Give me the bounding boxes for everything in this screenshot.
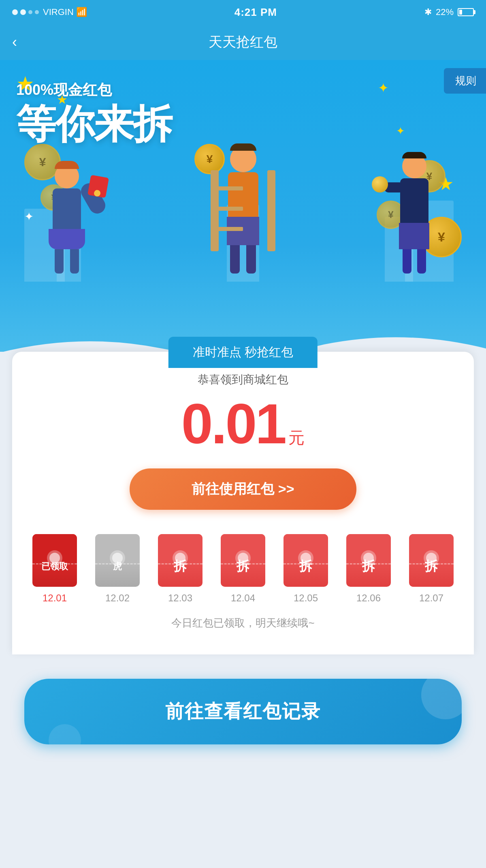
dot2 xyxy=(20,9,26,15)
carrier-name: VIRGIN xyxy=(43,7,74,17)
hero-banner: 规则 ★ ★ ★ ✦ ✦ ✦ 100%现金红包 等你来拆 ¥ ¥ ¥ ¥ ¥ ¥ xyxy=(0,60,486,368)
nav-bar: ‹ 天天抢红包 xyxy=(0,24,486,60)
redpacket-7[interactable]: 拆 xyxy=(409,534,454,587)
redpacket-1[interactable]: 已领取 xyxy=(32,534,77,587)
main-card: 恭喜领到商城红包 0.01元 前往使用红包 >> 已领取 12.01 虎 xyxy=(12,352,474,654)
amount-number: 0.01 xyxy=(181,392,285,455)
day-date-2: 12.02 xyxy=(105,592,130,604)
amount-unit: 元 xyxy=(288,429,305,447)
hero-title: 等你来拆 xyxy=(16,104,470,144)
coin-big: ¥ xyxy=(194,144,225,174)
page-title: 天天抢红包 xyxy=(209,33,277,51)
view-records-button[interactable]: 前往查看红包记录 xyxy=(24,679,462,744)
person-right xyxy=(399,154,429,274)
notice-text: 今日红包已领取，明天继续哦~ xyxy=(28,616,458,630)
redpacket-4[interactable]: 拆 xyxy=(221,534,265,587)
daily-packets-row: 已领取 12.01 虎 12.02 拆 12.03 xyxy=(28,534,458,604)
status-bar: VIRGIN 📶 4:21 PM ✱ 22% xyxy=(0,0,486,24)
day-date-7: 12.07 xyxy=(419,592,443,604)
bottom-section: 前往查看红包记录 xyxy=(0,654,486,777)
day-item-2[interactable]: 虎 12.02 xyxy=(95,534,140,604)
hero-text-area: 100%现金红包 等你来拆 xyxy=(0,60,486,144)
bluetooth-icon: ✱ xyxy=(424,7,432,17)
redpacket-2[interactable]: 虎 xyxy=(95,534,140,587)
dot4 xyxy=(35,10,39,14)
rules-badge[interactable]: 规则 xyxy=(444,68,486,94)
day-item-6[interactable]: 拆 12.06 xyxy=(346,534,391,604)
day-item-1[interactable]: 已领取 12.01 xyxy=(32,534,77,604)
person-center xyxy=(227,146,259,274)
day-item-7[interactable]: 拆 12.07 xyxy=(409,534,454,604)
battery-percent: 22% xyxy=(436,7,454,17)
back-button[interactable]: ‹ xyxy=(12,34,17,51)
tagline-banner: 准时准点 秒抢红包 xyxy=(168,337,318,368)
redpacket-5[interactable]: 拆 xyxy=(284,534,328,587)
wifi-icon: 📶 xyxy=(76,7,87,17)
amount-display: 0.01元 xyxy=(28,396,458,452)
day-item-5[interactable]: 拆 12.05 xyxy=(284,534,328,604)
day-date-4: 12.04 xyxy=(231,592,255,604)
status-bar-time: 4:21 PM xyxy=(234,6,277,19)
status-bar-left: VIRGIN 📶 xyxy=(12,7,87,17)
dot1 xyxy=(12,9,18,15)
redpacket-3[interactable]: 拆 xyxy=(158,534,202,587)
battery-fill xyxy=(459,10,462,15)
hero-illustration: ¥ ¥ ¥ ¥ ¥ ¥ xyxy=(0,136,486,306)
use-coupon-button[interactable]: 前往使用红包 >> xyxy=(130,468,356,510)
dot3 xyxy=(28,10,32,14)
day-item-4[interactable]: 拆 12.04 xyxy=(221,534,265,604)
day-date-1: 12.01 xyxy=(43,592,67,604)
congrats-text: 恭喜领到商城红包 xyxy=(28,372,458,387)
day-date-3: 12.03 xyxy=(168,592,192,604)
day-date-5: 12.05 xyxy=(294,592,318,604)
redpacket-6[interactable]: 拆 xyxy=(346,534,391,587)
day-item-3[interactable]: 拆 12.03 xyxy=(158,534,202,604)
battery-icon xyxy=(458,8,474,16)
hero-subtitle: 100%现金红包 xyxy=(16,80,470,100)
status-bar-right: ✱ 22% xyxy=(424,7,474,17)
person-left xyxy=(49,164,85,274)
day-date-6: 12.06 xyxy=(356,592,381,604)
